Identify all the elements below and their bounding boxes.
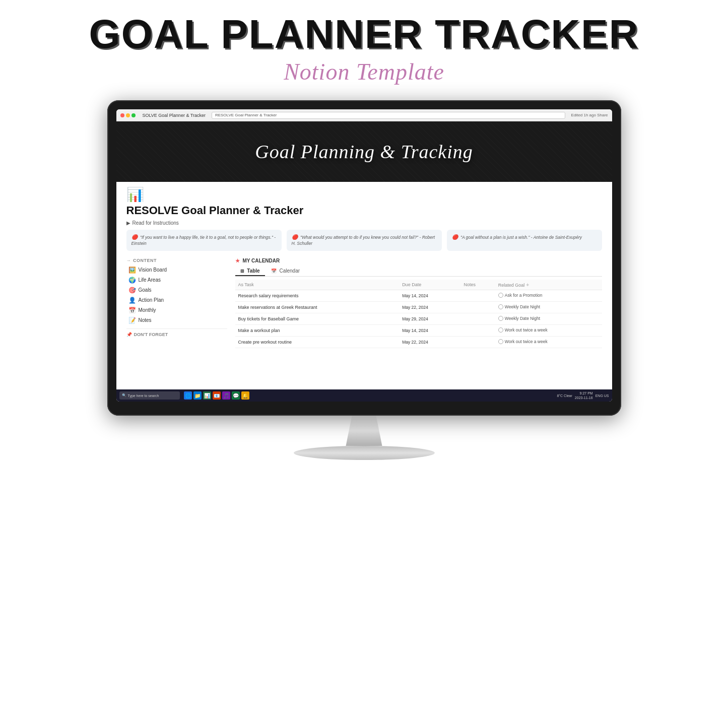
sidebar-item-notes[interactable]: 📝 Notes: [126, 315, 227, 325]
taskbar-icon-6[interactable]: 💬: [232, 391, 240, 400]
col-due-date: Due Date: [399, 280, 460, 290]
page-subtitle: Notion Template: [284, 58, 444, 85]
sidebar-label-vision-board: Vision Board: [139, 267, 167, 273]
monthly-icon: 📅: [128, 307, 136, 314]
page-main-title: GOAL PLANNER TRACKER: [89, 14, 639, 54]
sidebar-label-life-areas: Life Areas: [139, 277, 161, 283]
goal-status-circle: [498, 304, 503, 309]
quote-icon-1: 🔴: [131, 234, 138, 240]
calendar-title: MY CALENDAR: [243, 258, 280, 263]
browser-actions: Edited 1h ago Share: [571, 113, 608, 117]
page-title-area: RESOLVE Goal Planner & Tracker: [116, 202, 612, 219]
read-instructions-row[interactable]: ▶ Read for Instructions: [116, 219, 612, 227]
hero-title: Goal Planning & Tracking: [255, 141, 473, 163]
taskbar: 🔍 Type here to search 🌐 📁 📊 📧 🎵 💬 🔔: [116, 389, 612, 402]
arrow-icon: →: [126, 258, 131, 263]
page-title: RESOLVE Goal Planner & Tracker: [126, 204, 304, 217]
sidebar-label-action-plan: Action Plan: [139, 297, 164, 303]
read-instructions-label: Read for Instructions: [133, 220, 179, 226]
notes-icon: 📝: [128, 317, 136, 324]
goal-status-circle: [498, 339, 503, 344]
goal-cell: Work out twice a week: [495, 324, 602, 336]
taskbar-right: 8°C Clear 9:27 PM 2023-11-16 ENG US: [557, 391, 609, 400]
sidebar-item-life-areas[interactable]: 🌍 Life Areas: [126, 275, 227, 285]
goal-status-circle: [498, 327, 503, 333]
due-date-cell: May 14, 2024: [399, 290, 460, 301]
quote-icon-3: 🔴: [452, 234, 458, 240]
task-cell: Buy tickets for Baseball Game: [235, 313, 400, 324]
maximize-button[interactable]: [131, 113, 136, 117]
browser-url-bar[interactable]: RESOLVE Goal Planner & Tracker: [212, 112, 565, 119]
taskbar-icon-5[interactable]: 🎵: [222, 391, 230, 400]
task-cell: Make reservations at Greek Restaurant: [235, 301, 400, 313]
sidebar-content-label: → CONTENT: [126, 258, 227, 263]
quote-text-3: "A goal without a plan is just a wish." …: [460, 235, 582, 240]
monitor-screen: SOLVE Goal Planner & Tracker RESOLVE Goa…: [116, 109, 612, 402]
minimize-button[interactable]: [126, 113, 130, 117]
action-plan-icon: 👤: [128, 297, 136, 304]
taskbar-icon-3[interactable]: 📊: [203, 391, 211, 400]
page-icon: 📊: [116, 182, 612, 202]
due-date-cell: May 29, 2024: [399, 313, 460, 324]
clock-date: 2023-11-16: [575, 395, 593, 400]
monitor-stand-neck: [334, 416, 394, 446]
taskbar-search[interactable]: 🔍 Type here to search: [119, 391, 180, 400]
view-tabs: ⊞ Table 📅 Calendar: [235, 267, 602, 277]
notion-page: Goal Planning & Tracking 📊 RESOLVE Goal …: [116, 121, 612, 402]
taskbar-icon-2[interactable]: 📁: [193, 391, 202, 400]
goal-status-circle: [498, 293, 503, 298]
browser-tab-title: SOLVE Goal Planner & Tracker: [143, 113, 206, 118]
tab-table-label: Table: [247, 268, 259, 274]
sidebar-label-goals: Goals: [139, 287, 152, 293]
notes-cell: [460, 313, 495, 324]
dont-forget-icon: 📌: [126, 332, 132, 337]
life-areas-icon: 🌍: [128, 277, 136, 284]
window-controls: [120, 113, 136, 117]
sidebar-item-action-plan[interactable]: 👤 Action Plan: [126, 295, 227, 305]
goal-label: Weekly Date Night: [505, 316, 540, 321]
quote-icon-2: 🔴: [292, 234, 298, 240]
goal-cell: Weekly Date Night: [495, 301, 602, 313]
monitor-bezel: SOLVE Goal Planner & Tracker RESOLVE Goa…: [107, 100, 621, 416]
taskbar-lang: ENG US: [595, 394, 609, 398]
notes-cell: [460, 324, 495, 336]
close-button[interactable]: [120, 113, 124, 117]
goal-label: Work out twice a week: [505, 327, 548, 333]
taskbar-icon-7[interactable]: 🔔: [241, 391, 249, 400]
calendar-table: As Task Due Date Notes Related Goal +: [235, 280, 602, 348]
quote-text-1: "If you want to live a happy life, tie i…: [131, 235, 276, 246]
tab-table[interactable]: ⊞ Table: [235, 267, 265, 276]
taskbar-icon-4[interactable]: 📧: [213, 391, 221, 400]
sidebar-item-goals[interactable]: 🎯 Goals: [126, 285, 227, 295]
table-row: Create pre workout routine May 22, 2024 …: [235, 336, 602, 348]
table-row: Make a workout plan May 14, 2024 Work ou…: [235, 324, 602, 336]
sidebar-item-vision-board[interactable]: 🖼️ Vision Board: [126, 265, 227, 275]
task-cell: Create pre workout routine: [235, 336, 400, 348]
task-cell: Research salary requirements: [235, 290, 400, 301]
clock-time: 9:27 PM: [575, 391, 593, 395]
quote-text-2: "What would you attempt to do if you kne…: [292, 235, 435, 246]
col-related-goal: Related Goal +: [495, 280, 602, 290]
goal-cell: Weekly Date Night: [495, 313, 602, 324]
taskbar-icon-1[interactable]: 🌐: [184, 391, 192, 400]
due-date-cell: May 22, 2024: [399, 301, 460, 313]
goal-cell: Work out twice a week: [495, 336, 602, 348]
monitor-stand-base: [294, 446, 435, 460]
hero-banner: Goal Planning & Tracking: [116, 121, 612, 182]
search-icon: 🔍: [122, 393, 126, 398]
sidebar-item-monthly[interactable]: 📅 Monthly: [126, 305, 227, 315]
calendar-header: ★ MY CALENDAR: [235, 258, 602, 263]
tab-calendar[interactable]: 📅 Calendar: [266, 267, 305, 276]
quotes-row: 🔴 "If you want to live a happy life, tie…: [116, 227, 612, 254]
dont-forget-label: 📌 DON'T FORGET: [126, 332, 227, 337]
star-icon: ★: [235, 258, 240, 263]
taskbar-app-icons: 🌐 📁 📊 📧 🎵 💬 🔔: [184, 391, 249, 400]
col-task: As Task: [235, 280, 400, 290]
goal-cell: Ask for a Promotion: [495, 290, 602, 301]
add-column-button[interactable]: +: [526, 282, 529, 288]
notes-cell: [460, 336, 495, 348]
calendar-icon: 📅: [271, 269, 277, 274]
due-date-cell: May 14, 2024: [399, 324, 460, 336]
triangle-icon: ▶: [126, 220, 130, 226]
url-text: RESOLVE Goal Planner & Tracker: [215, 113, 277, 117]
